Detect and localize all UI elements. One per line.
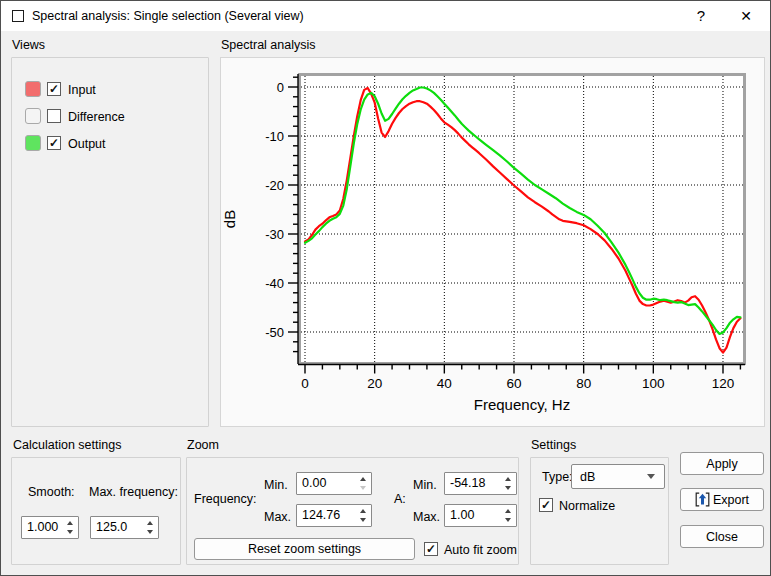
a-max-spin-up-button[interactable] (505, 509, 511, 513)
title-bar[interactable]: Spectral analysis: Single selection (Sev… (1, 1, 770, 31)
export-button-label: Export (713, 493, 749, 507)
max-frequency-spin-down-button[interactable] (147, 530, 153, 534)
smooth-label: Smooth: (28, 485, 75, 499)
close-dialog-button[interactable]: Close (680, 525, 764, 548)
output-checkbox[interactable]: ✓ (47, 136, 61, 150)
a-min-spin-up-button[interactable] (505, 477, 511, 481)
type-combobox-value: dB (572, 470, 647, 484)
frequency-max-label: Max. (264, 510, 291, 524)
max-frequency-spinbox[interactable]: 125.0 (90, 516, 159, 539)
calculation-panel (11, 457, 181, 565)
auto-fit-zoom-label: Auto fit zoom (444, 543, 517, 557)
close-button[interactable]: ✕ (728, 1, 764, 31)
smooth-spin-down-button[interactable] (67, 530, 73, 534)
a-min-label: Min. (413, 478, 437, 492)
apply-button[interactable]: Apply (680, 452, 764, 475)
svg-text:80: 80 (576, 376, 591, 391)
smooth-value[interactable]: 1.000 (22, 517, 62, 538)
smooth-spin-up-button[interactable] (67, 521, 73, 525)
window-icon (12, 10, 24, 22)
svg-text:-30: -30 (265, 227, 284, 242)
auto-fit-zoom-checkbox[interactable]: ✓ (424, 542, 438, 556)
max-frequency-value[interactable]: 125.0 (91, 517, 142, 538)
svg-text:40: 40 (437, 376, 452, 391)
export-button[interactable]: Export (680, 488, 764, 511)
close-button-label: Close (706, 530, 738, 544)
a-max-value[interactable]: 1.00 (445, 505, 500, 526)
frequency-label: Frequency: (194, 492, 257, 506)
frequency-max-spin-down-button[interactable] (360, 518, 366, 522)
frequency-min-spinbox[interactable]: 0.00 (296, 472, 372, 495)
calculation-section-label: Calculation settings (13, 438, 121, 452)
max-frequency-label: Max. frequency: (89, 485, 178, 499)
normalize-label: Normalize (559, 499, 615, 513)
zoom-section-label: Zoom (187, 438, 219, 452)
svg-text:0: 0 (277, 80, 284, 95)
a-min-value[interactable]: -54.18 (445, 473, 500, 494)
a-max-spin-down-button[interactable] (505, 518, 511, 522)
help-button[interactable]: ? (684, 1, 718, 31)
spectral-plot[interactable]: 0-10-20-30-40-50020406080100120dBFrequen… (220, 57, 765, 427)
max-frequency-spin-up-button[interactable] (147, 521, 153, 525)
svg-text:0: 0 (301, 376, 309, 391)
frequency-min-label: Min. (264, 478, 288, 492)
frequency-max-spinbox[interactable]: 124.76 (296, 504, 372, 527)
settings-section-label: Settings (531, 438, 576, 452)
type-combobox[interactable]: dB (571, 464, 665, 489)
output-color-swatch[interactable] (25, 135, 41, 151)
frequency-min-value[interactable]: 0.00 (297, 473, 355, 494)
window-title: Spectral analysis: Single selection (Sev… (32, 1, 304, 31)
svg-text:Frequency, Hz: Frequency, Hz (474, 396, 570, 413)
difference-color-swatch[interactable] (25, 108, 41, 124)
type-label: Type: (542, 470, 573, 484)
smooth-spinbox[interactable]: 1.000 (21, 516, 79, 539)
a-label: A: (394, 492, 406, 506)
apply-button-label: Apply (706, 457, 737, 471)
input-color-swatch[interactable] (25, 81, 41, 97)
frequency-min-spin-up-button[interactable] (360, 477, 366, 481)
svg-text:-40: -40 (265, 276, 284, 291)
normalize-checkbox[interactable]: ✓ (539, 498, 553, 512)
svg-text:60: 60 (506, 376, 521, 391)
chart-section-label: Spectral analysis (221, 38, 316, 52)
a-max-spinbox[interactable]: 1.00 (444, 504, 517, 527)
svg-text:20: 20 (367, 376, 382, 391)
a-min-spinbox[interactable]: -54.18 (444, 472, 517, 495)
a-min-spin-down-button[interactable] (505, 486, 511, 490)
svg-text:dB: dB (221, 210, 238, 228)
svg-text:-20: -20 (265, 178, 284, 193)
export-up-arrow-icon (695, 492, 710, 507)
input-checkbox[interactable]: ✓ (47, 82, 61, 96)
difference-label: Difference (68, 110, 125, 124)
svg-text:120: 120 (712, 376, 735, 391)
chevron-down-icon (647, 474, 655, 479)
frequency-max-value[interactable]: 124.76 (297, 505, 355, 526)
frequency-min-spin-down-button[interactable] (360, 486, 366, 490)
frequency-max-spin-up-button[interactable] (360, 509, 366, 513)
spectral-plot-canvas[interactable]: 0-10-20-30-40-50020406080100120dBFrequen… (221, 58, 764, 426)
output-label: Output (68, 137, 106, 151)
a-max-label: Max. (413, 510, 440, 524)
difference-checkbox[interactable] (47, 109, 61, 123)
input-label: Input (68, 83, 96, 97)
spectral-analysis-dialog: Spectral analysis: Single selection (Sev… (0, 0, 771, 576)
reset-zoom-button[interactable]: Reset zoom settings (194, 538, 415, 560)
svg-text:-50: -50 (265, 325, 284, 340)
views-section-label: Views (12, 38, 45, 52)
svg-text:100: 100 (642, 376, 665, 391)
svg-text:-10: -10 (265, 129, 284, 144)
